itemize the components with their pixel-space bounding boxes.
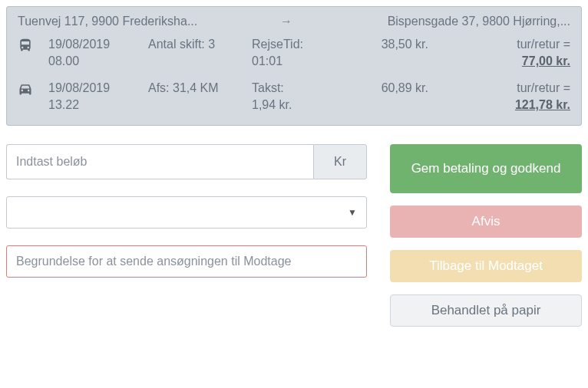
car-date: 19/08/2019 xyxy=(48,81,110,94)
from-address: Tuenvej 117, 9900 Frederiksha... xyxy=(18,15,271,28)
currency-suffix: Kr xyxy=(313,144,367,179)
bus-icon xyxy=(18,36,48,56)
trip-summary-panel: Tuenvej 117, 9900 Frederiksha... → Bispe… xyxy=(6,6,582,126)
chevron-down-icon: ▼ xyxy=(348,207,357,218)
car-icon xyxy=(18,80,48,100)
form-container: Tuenvej 117, 9900 Frederiksha... → Bispe… xyxy=(6,6,582,327)
processed-on-paper-button[interactable]: Behandlet på papir xyxy=(390,294,582,327)
amount-group: Kr xyxy=(6,144,367,179)
status-select[interactable]: ▼ xyxy=(6,196,367,229)
bus-total-label: tur/retur = xyxy=(428,36,570,53)
car-rate-value: 1,94 kr. xyxy=(252,98,292,111)
bus-date: 19/08/2019 xyxy=(48,38,110,51)
arrow-icon: → xyxy=(271,15,302,28)
right-column: Gem betaling og godkend Afvis Tilbage ti… xyxy=(390,144,582,327)
car-total: tur/retur = 121,78 kr. xyxy=(428,80,570,114)
to-address: Bispensgade 37, 9800 Hjørring,... xyxy=(302,15,570,28)
car-total-label: tur/retur = xyxy=(428,80,570,97)
car-cost: 60,89 kr. xyxy=(344,80,428,97)
bus-travel: RejseTid: 01:01 xyxy=(252,36,344,71)
reject-button[interactable]: Afvis xyxy=(390,206,582,238)
car-total-value: 121,78 kr. xyxy=(515,98,570,111)
back-to-received-button[interactable]: Tilbage til Modtaget xyxy=(390,250,582,282)
bus-total-value: 77,00 kr. xyxy=(522,54,570,67)
address-row: Tuenvej 117, 9900 Frederiksha... → Bispe… xyxy=(18,15,570,28)
car-rate: Takst: 1,94 kr. xyxy=(252,80,344,114)
trip-row-car: 19/08/2019 13.22 Afs: 31,4 KM Takst: 1,9… xyxy=(18,80,570,114)
bus-total: tur/retur = 77,00 kr. xyxy=(428,36,570,71)
car-time: 13.22 xyxy=(48,98,79,111)
bus-time: 08.00 xyxy=(48,54,79,67)
car-datetime: 19/08/2019 13.22 xyxy=(48,80,148,114)
car-distance: Afs: 31,4 KM xyxy=(148,80,252,97)
amount-input[interactable] xyxy=(6,144,313,179)
trip-row-bus: 19/08/2019 08.00 Antal skift: 3 RejseTid… xyxy=(18,36,570,71)
bus-cost: 38,50 kr. xyxy=(344,36,428,53)
car-rate-label: Takst: xyxy=(252,81,284,94)
reason-input[interactable] xyxy=(6,245,367,278)
bus-travel-value: 01:01 xyxy=(252,54,282,67)
bus-shift: Antal skift: 3 xyxy=(148,36,252,53)
left-column: Kr ▼ xyxy=(6,144,367,327)
bus-travel-label: RejseTid: xyxy=(252,38,303,51)
bus-datetime: 19/08/2019 08.00 xyxy=(48,36,148,71)
approve-button[interactable]: Gem betaling og godkend xyxy=(390,144,582,193)
controls-grid: Kr ▼ Gem betaling og godkend Afvis Tilba… xyxy=(6,144,582,327)
